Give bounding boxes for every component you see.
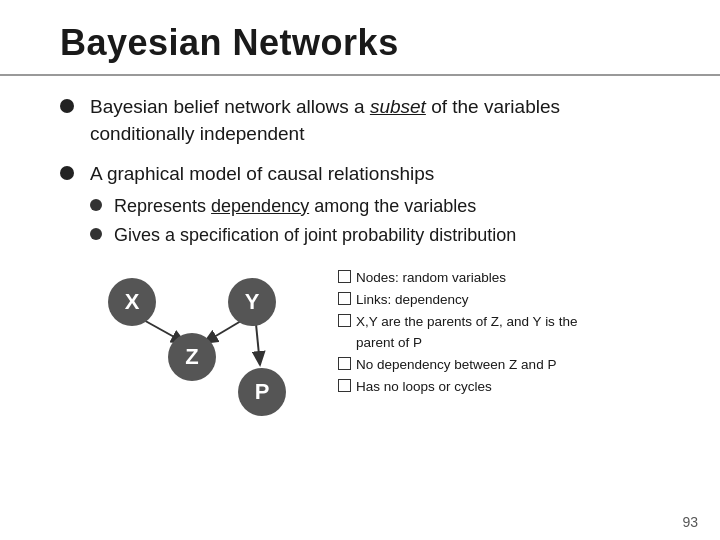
note-text-5: Has no loops or cycles bbox=[356, 377, 492, 398]
bullet-dot-2 bbox=[60, 166, 74, 180]
note-line-5: Has no loops or cycles bbox=[338, 377, 577, 398]
bullet1-styled-word: subset bbox=[370, 96, 426, 117]
sub1-before: Represents bbox=[114, 196, 211, 216]
note-line-2: Links: dependency bbox=[338, 290, 577, 311]
node-p: P bbox=[238, 368, 286, 416]
note-text-1: Nodes: random variables bbox=[356, 268, 506, 289]
bullet2-main-text: A graphical model of causal relationship… bbox=[90, 163, 434, 184]
bullet-dot-1 bbox=[60, 99, 74, 113]
notes-box: Nodes: random variables Links: dependenc… bbox=[338, 268, 577, 399]
note-line-4: No dependency between Z and P bbox=[338, 355, 577, 376]
slide: Bayesian Networks Bayesian belief networ… bbox=[0, 0, 720, 540]
node-x: X bbox=[108, 278, 156, 326]
note-line-1: Nodes: random variables bbox=[338, 268, 577, 289]
slide-title: Bayesian Networks bbox=[60, 22, 660, 64]
note-checkbox-2 bbox=[338, 292, 351, 305]
diagram-area: X Y Z P Nodes: random variables Links: d… bbox=[60, 268, 660, 428]
note-checkbox-5 bbox=[338, 379, 351, 392]
note-text-3: X,Y are the parents of Z, and Y is thepa… bbox=[356, 312, 577, 354]
slide-content: Bayesian belief network allows a subset … bbox=[0, 94, 720, 428]
note-checkbox-3 bbox=[338, 314, 351, 327]
sub1-styled: dependency bbox=[211, 196, 309, 216]
sub-bullet-dot-2 bbox=[90, 228, 102, 240]
node-z: Z bbox=[168, 333, 216, 381]
bullet-text-2: A graphical model of causal relationship… bbox=[90, 161, 516, 252]
sub-bullet-text-1: Represents dependency among the variable… bbox=[114, 194, 476, 219]
note-line-3: X,Y are the parents of Z, and Y is thepa… bbox=[338, 312, 577, 354]
sub1-after: among the variables bbox=[309, 196, 476, 216]
bullet1-text-before: Bayesian belief network allows a bbox=[90, 96, 370, 117]
sub-bullet-dot-1 bbox=[90, 199, 102, 211]
sub-bullet-text-2: Gives a specification of joint probabili… bbox=[114, 223, 516, 248]
node-y: Y bbox=[228, 278, 276, 326]
note-text-2: Links: dependency bbox=[356, 290, 469, 311]
page-number: 93 bbox=[682, 514, 698, 530]
bullet-item-2: A graphical model of causal relationship… bbox=[60, 161, 660, 252]
note-checkbox-1 bbox=[338, 270, 351, 283]
sub-bullet-1: Represents dependency among the variable… bbox=[90, 194, 516, 219]
svg-line-3 bbox=[256, 324, 260, 365]
sub-bullets: Represents dependency among the variable… bbox=[90, 194, 516, 248]
graph-container: X Y Z P bbox=[88, 268, 318, 428]
slide-header: Bayesian Networks bbox=[0, 0, 720, 76]
note-text-4: No dependency between Z and P bbox=[356, 355, 556, 376]
bullet-item-1: Bayesian belief network allows a subset … bbox=[60, 94, 660, 147]
bullet-text-1: Bayesian belief network allows a subset … bbox=[90, 94, 560, 147]
sub-bullet-2: Gives a specification of joint probabili… bbox=[90, 223, 516, 248]
note-checkbox-4 bbox=[338, 357, 351, 370]
